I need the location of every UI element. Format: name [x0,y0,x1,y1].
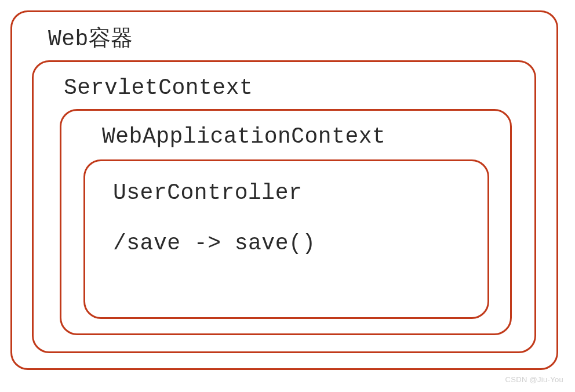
web-container-box: Web容器 ServletContext WebApplicationConte… [10,10,558,370]
user-controller-box: UserController /save -> save() [83,159,489,319]
web-container-label: Web容器 [48,24,540,55]
servlet-context-label: ServletContext [64,72,517,103]
servlet-context-box: ServletContext WebApplicationContext Use… [32,60,536,353]
watermark-text: CSDN @Jiu-You [505,375,563,384]
user-controller-label: UserController [113,177,470,208]
route-mapping-label: /save -> save() [113,228,470,259]
web-application-context-label: WebApplicationContext [102,121,494,152]
web-application-context-box: WebApplicationContext UserController /sa… [60,109,512,335]
